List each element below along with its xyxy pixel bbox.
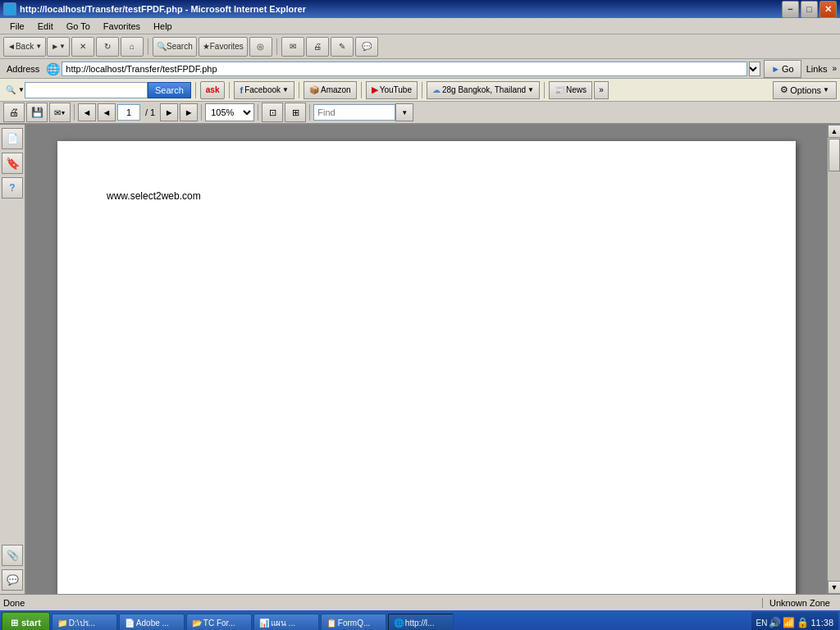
toolbar-sep-6 [544,82,545,98]
pdf-page-total: / 1 [142,107,158,117]
task-tc-icon: 📂 [192,619,202,628]
pdf-fit-width-icon: ⊞ [292,107,299,118]
back-button[interactable]: ◄ Back ▼ [3,37,46,57]
edit-button[interactable]: ✎ [331,37,354,57]
pdf-sep-3 [258,104,258,121]
pdf-prev-button[interactable]: ◄ [78,103,96,121]
toolbar: 🔍 ▼ Search ask f Facebook ▼ 📦 Amazon ▶ Y… [0,79,840,102]
amazon-button[interactable]: 📦 Amazon [304,81,357,99]
pdf-zoom-select[interactable]: 105% 50% 75% 100% 125% 150% 200% [205,103,254,121]
pdf-print-button[interactable]: 🖨 [3,103,25,122]
menu-goto[interactable]: Go To [60,20,97,33]
pdf-fwd-button[interactable]: ► [160,103,178,121]
find-input[interactable] [313,104,395,121]
scroll-down-button[interactable]: ▼ [828,581,840,594]
maximize-button[interactable]: □ [801,1,818,18]
find-dropdown-button[interactable]: ▼ [395,103,413,121]
taskbar-task-http[interactable]: 🌐 http://l... [388,614,454,630]
toolbar-expand-button[interactable]: » [594,81,609,99]
status-text: Done [3,598,762,608]
pdf-email-button[interactable]: ✉ ▼ [49,103,71,122]
forward-dropdown-icon[interactable]: ▼ [59,43,66,50]
taskbar-task-plan[interactable]: 📊 แผน ... [253,614,319,630]
title-bar: 🌐 http://localhost/Transfer/testFPDF.php… [0,0,840,18]
media-button[interactable]: ◎ [249,37,272,57]
refresh-button[interactable]: ↻ [96,37,119,57]
weather-icon: ☁ [432,85,441,94]
mail-button[interactable]: ✉ [281,37,304,57]
search-dropdown-icon[interactable]: ▼ [18,86,25,94]
pdf-fit-width-button[interactable]: ⊞ [285,103,306,122]
task-file-label: D:\ปร... [69,617,95,629]
window-title: http://localhost/Transfer/testFPDF.php -… [20,4,306,14]
go-label: Go [782,64,794,74]
scrollbar-track[interactable] [828,138,840,581]
options-button[interactable]: ⚙ Options ▼ [773,81,837,99]
taskbar-task-file[interactable]: 📁 D:\ปร... [52,614,117,630]
task-http-label: http://l... [405,619,435,628]
facebook-dropdown-icon[interactable]: ▼ [282,86,289,94]
sidebar-bookmark-button[interactable]: 🔖 [2,153,23,174]
pdf-email-dropdown-icon[interactable]: ▼ [61,110,66,116]
pdf-back-button[interactable]: ◄ [98,103,116,121]
sidebar-attach-button[interactable]: 📎 [2,545,23,566]
discuss-button[interactable]: 💬 [355,37,378,57]
weather-button[interactable]: ☁ 28g Bangkok, Thailand ▼ [427,81,540,99]
scrollbar-thumb[interactable] [829,139,840,171]
taskbar-right: EN 🔊 📶 🔒 11:38 [751,612,838,630]
scroll-up-button[interactable]: ▲ [828,125,840,138]
status-zone: Unknown Zone [762,598,837,608]
toolbar-sep-1 [195,82,196,98]
help-icon: ? [9,182,15,194]
youtube-button[interactable]: ▶ YouTube [366,81,418,99]
news-button[interactable]: 📰 News [549,81,592,99]
weather-dropdown-icon[interactable]: ▼ [527,86,534,94]
news-label: News [566,85,587,94]
pdf-next-button[interactable]: ► [180,103,198,121]
tray-icon-3: 🔒 [797,617,809,628]
search-nav-label: Search [167,42,193,51]
links-expand-icon[interactable]: » [832,64,837,73]
sidebar-help-button[interactable]: ? [2,177,23,199]
taskbar-task-tc[interactable]: 📂 TC For... [186,614,252,630]
home-button[interactable]: ⌂ [121,37,144,57]
search-input[interactable] [25,82,148,98]
taskbar-task-form[interactable]: 📋 FormQ... [321,614,386,630]
status-bar: Done Unknown Zone [0,594,840,610]
menu-help[interactable]: Help [147,20,179,33]
nav-bar: ◄ Back ▼ ► ▼ ✕ ↻ ⌂ 🔍 Search ★ Favorites … [0,34,840,59]
forward-button[interactable]: ► ▼ [47,37,70,57]
pdf-save-icon: 💾 [31,107,43,118]
task-tc-label: TC For... [203,619,235,628]
print-button[interactable]: 🖨 [306,37,329,57]
address-input[interactable] [62,62,747,76]
menu-edit[interactable]: Edit [31,20,60,33]
taskbar-task-adobe[interactable]: 📄 Adobe ... [119,614,185,630]
address-label: Address [3,64,43,74]
options-dropdown-icon[interactable]: ▼ [823,86,829,94]
back-dropdown-icon[interactable]: ▼ [35,43,42,50]
lang-button[interactable]: EN [756,619,768,628]
links-label: Links [805,64,829,74]
address-dropdown[interactable]: ▼ [749,62,760,76]
go-button[interactable]: ► Go [764,60,801,78]
amazon-icon: 📦 [309,85,319,94]
sidebar-document-button[interactable]: 📄 [2,128,23,149]
menu-file[interactable]: File [3,20,31,33]
favorites-nav-label: Favorites [210,42,244,51]
facebook-button[interactable]: f Facebook ▼ [234,81,294,99]
search-nav-button[interactable]: 🔍 Search [153,37,197,57]
start-button[interactable]: ⊞ start [2,612,50,630]
favorites-nav-button[interactable]: ★ Favorites [199,37,248,57]
minimize-button[interactable]: − [782,1,799,18]
menu-favorites[interactable]: Favorites [97,20,147,33]
close-button[interactable]: ✕ [819,1,837,18]
bookmark-icon: 🔖 [6,157,20,170]
ask-button[interactable]: ask [200,81,226,99]
pdf-save-button[interactable]: 💾 [26,103,48,122]
search-button[interactable]: Search [148,82,191,98]
stop-button[interactable]: ✕ [71,37,94,57]
pdf-page-input[interactable] [117,104,140,121]
sidebar-comment-button[interactable]: 💬 [2,569,23,591]
pdf-fit-page-button[interactable]: ⊡ [262,103,283,122]
